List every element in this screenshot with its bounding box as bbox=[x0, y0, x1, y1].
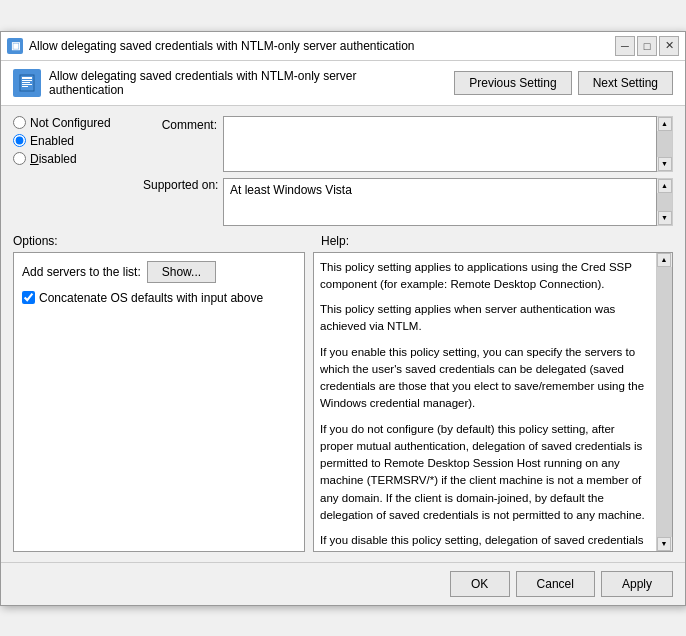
not-configured-radio[interactable] bbox=[13, 116, 26, 129]
enabled-radio[interactable] bbox=[13, 134, 26, 147]
add-servers-row: Add servers to the list: Show... bbox=[22, 261, 296, 283]
show-button[interactable]: Show... bbox=[147, 261, 216, 283]
footer: OK Cancel Apply bbox=[1, 562, 685, 605]
supported-row: Supported on: At least Windows Vista ▲ ▼ bbox=[143, 176, 673, 226]
concatenate-row: Concatenate OS defaults with input above bbox=[22, 291, 296, 305]
ok-button[interactable]: OK bbox=[450, 571, 510, 597]
help-scroll-track bbox=[657, 267, 672, 537]
concatenate-checkbox[interactable] bbox=[22, 291, 35, 304]
help-text: This policy setting applies to applicati… bbox=[320, 259, 666, 552]
title-bar: ▣ Allow delegating saved credentials wit… bbox=[1, 32, 685, 61]
svg-rect-4 bbox=[22, 84, 32, 85]
help-para-3: If you enable this policy setting, you c… bbox=[320, 344, 648, 413]
help-header: Help: bbox=[313, 234, 673, 248]
radio-options: Not Configured Enabled Disabled bbox=[13, 116, 143, 218]
right-fields: Comment: ▲ ▼ Supported on: At least bbox=[143, 116, 673, 226]
title-controls: ─ □ ✕ bbox=[615, 36, 679, 56]
disabled-option[interactable]: Disabled bbox=[13, 152, 143, 166]
supported-scroll-up[interactable]: ▲ bbox=[658, 179, 672, 193]
supported-label: Supported on: bbox=[143, 176, 223, 192]
options-header: Options: bbox=[13, 234, 313, 248]
add-servers-label: Add servers to the list: bbox=[22, 265, 141, 279]
content-area: Not Configured Enabled Disabled Comment: bbox=[1, 106, 685, 562]
supported-scroll-down[interactable]: ▼ bbox=[658, 211, 672, 225]
comment-scroll-track bbox=[657, 131, 672, 157]
not-configured-option[interactable]: Not Configured bbox=[13, 116, 143, 130]
comment-scroll-up[interactable]: ▲ bbox=[658, 117, 672, 131]
supported-box: At least Windows Vista ▲ ▼ bbox=[223, 178, 673, 226]
disabled-radio[interactable] bbox=[13, 152, 26, 165]
header-icon-title: Allow delegating saved credentials with … bbox=[13, 69, 409, 97]
help-para-1: This policy setting applies to applicati… bbox=[320, 259, 648, 294]
help-para-2: This policy setting applies when server … bbox=[320, 301, 648, 336]
comment-scroll-down[interactable]: ▼ bbox=[658, 157, 672, 171]
supported-value: At least Windows Vista bbox=[223, 178, 657, 226]
minimize-button[interactable]: ─ bbox=[615, 36, 635, 56]
comment-scrollbar: ▲ ▼ bbox=[657, 116, 673, 172]
supported-scroll-track bbox=[657, 193, 672, 211]
window-title: Allow delegating saved credentials with … bbox=[29, 39, 415, 53]
svg-rect-1 bbox=[22, 77, 32, 79]
header-buttons: Previous Setting Next Setting bbox=[454, 71, 673, 95]
next-setting-button[interactable]: Next Setting bbox=[578, 71, 673, 95]
svg-rect-2 bbox=[22, 80, 32, 81]
options-panel: Add servers to the list: Show... Concate… bbox=[13, 252, 305, 552]
comment-textarea[interactable] bbox=[223, 116, 657, 172]
supported-scrollbar: ▲ ▼ bbox=[657, 178, 673, 226]
cancel-button[interactable]: Cancel bbox=[516, 571, 595, 597]
apply-button[interactable]: Apply bbox=[601, 571, 673, 597]
help-scroll-up[interactable]: ▲ bbox=[657, 253, 671, 267]
title-bar-left: ▣ Allow delegating saved credentials wit… bbox=[7, 38, 415, 54]
header-bar: Allow delegating saved credentials with … bbox=[1, 61, 685, 106]
header-title: Allow delegating saved credentials with … bbox=[49, 69, 409, 97]
svg-rect-3 bbox=[22, 82, 30, 83]
comment-row: Comment: ▲ ▼ bbox=[143, 116, 673, 172]
help-panel: This policy setting applies to applicati… bbox=[313, 252, 673, 552]
help-scroll-down[interactable]: ▼ bbox=[657, 537, 671, 551]
close-button[interactable]: ✕ bbox=[659, 36, 679, 56]
help-para-5: If you disable this policy setting, dele… bbox=[320, 532, 648, 552]
comment-label: Comment: bbox=[143, 116, 223, 132]
previous-setting-button[interactable]: Previous Setting bbox=[454, 71, 571, 95]
concatenate-label: Concatenate OS defaults with input above bbox=[39, 291, 263, 305]
maximize-button[interactable]: □ bbox=[637, 36, 657, 56]
section-headers: Options: Help: bbox=[13, 234, 673, 248]
policy-icon bbox=[13, 69, 41, 97]
enabled-option[interactable]: Enabled bbox=[13, 134, 143, 148]
main-window: ▣ Allow delegating saved credentials wit… bbox=[0, 31, 686, 606]
window-icon: ▣ bbox=[7, 38, 23, 54]
help-scrollbar: ▲ ▼ bbox=[656, 253, 672, 551]
svg-rect-5 bbox=[22, 86, 28, 87]
help-para-4: If you do not configure (by default) thi… bbox=[320, 421, 648, 525]
comment-area: ▲ ▼ bbox=[223, 116, 673, 172]
bottom-panels: Add servers to the list: Show... Concate… bbox=[13, 252, 673, 552]
